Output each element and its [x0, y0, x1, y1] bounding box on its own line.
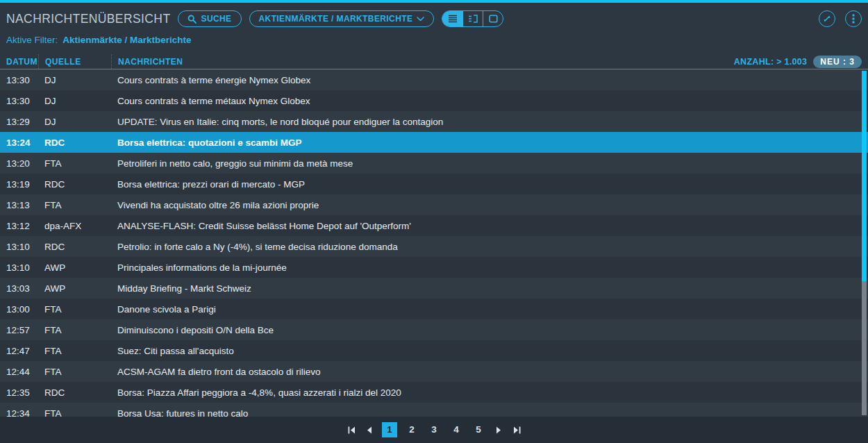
page-number-5[interactable]: 5: [471, 422, 486, 437]
row-source: RDC: [38, 242, 111, 252]
row-time: 13:00: [0, 304, 38, 315]
category-filter-label: AKTIENMÄRKTE / MARKTBERICHTE: [259, 14, 413, 24]
scrollbar-track[interactable]: [862, 71, 867, 415]
table-row[interactable]: 13:19 RDC Borsa elettrica: prezzi orari …: [0, 174, 868, 194]
row-time: 12:57: [0, 325, 38, 335]
first-page-icon: [348, 426, 356, 434]
search-button[interactable]: SUCHE: [178, 10, 241, 27]
column-header-quelle: QUELLE: [38, 54, 111, 69]
row-source: DJ: [38, 117, 111, 127]
active-filter-bar: Aktive Filter: Aktienmärkte / Marktberic…: [0, 35, 868, 54]
row-time: 13:19: [0, 179, 38, 190]
last-page-icon: [513, 426, 521, 434]
table-row[interactable]: 12:44 FTA ACSM-AGAM fa dietro front da o…: [0, 361, 868, 382]
table-row[interactable]: 12:47 FTA Suez: Citi passa all'acquisto: [0, 340, 868, 361]
row-source: RDC: [38, 179, 111, 190]
row-headline: UPDATE: Virus en Italie: cinq morts, le …: [111, 117, 868, 127]
table-row[interactable]: 12:34 FTA Borsa Usa: futures in netto ca…: [0, 403, 868, 417]
row-headline: Suez: Citi passa all'acquisto: [111, 346, 868, 356]
row-time: 13:30: [0, 75, 38, 85]
scrollbar-thumb[interactable]: [862, 71, 867, 281]
row-source: FTA: [38, 408, 111, 417]
row-time: 13:30: [0, 96, 38, 106]
table-row[interactable]: 13:24 RDC Borsa elettrica: quotazioni e …: [0, 132, 868, 153]
new-badge: NEU : 3: [813, 56, 862, 68]
expand-icon: [823, 15, 831, 23]
row-source: RDC: [38, 137, 111, 148]
table-row[interactable]: 13:12 dpa-AFX ANALYSE-FLASH: Credit Suis…: [0, 215, 868, 236]
page-number-3[interactable]: 3: [426, 422, 442, 437]
view-toggle-detail[interactable]: [483, 11, 503, 26]
row-time: 13:12: [0, 221, 38, 231]
row-headline: Borsa elettrica: prezzi orari di mercato…: [111, 179, 868, 190]
row-headline: Petroliferi in netto calo, greggio sui m…: [111, 158, 868, 169]
pagination-footer: 12345: [0, 417, 868, 443]
row-source: DJ: [38, 96, 111, 106]
row-headline: Principales informations de la mi-journé…: [111, 262, 868, 273]
table-row[interactable]: 13:30 DJ Cours contrats à terme métaux N…: [0, 90, 868, 111]
search-icon: [187, 15, 197, 24]
row-source: FTA: [38, 325, 111, 335]
row-headline: Borsa elettrica: quotazioni e scambi MGP: [111, 137, 868, 148]
row-source: AWP: [38, 283, 111, 294]
view-toggle-list[interactable]: [442, 11, 462, 26]
row-source: FTA: [38, 200, 111, 210]
row-time: 12:44: [0, 367, 38, 377]
prev-page-icon: [367, 426, 372, 434]
row-headline: Cours contrats à terme énergie Nymex Glo…: [111, 75, 868, 85]
page-number-1[interactable]: 1: [382, 422, 397, 437]
row-time: 13:10: [0, 262, 38, 273]
last-page-button[interactable]: [511, 424, 522, 435]
expand-button[interactable]: [819, 10, 835, 27]
table-rows-container: 13:30 DJ Cours contrats à terme énergie …: [0, 69, 868, 417]
first-page-button[interactable]: [346, 424, 357, 435]
table-row[interactable]: 12:57 FTA Diminuiscono i depositi O/N de…: [0, 319, 868, 340]
row-time: 13:29: [0, 117, 38, 127]
row-headline: ACSM-AGAM fa dietro front da ostacolo di…: [111, 367, 868, 377]
row-source: FTA: [38, 367, 111, 377]
table-header: DATUM QUELLE NACHRICHTEN ANZAHL: > 1.003…: [0, 54, 868, 69]
row-headline: Borsa: Piazza Affari peggiora a -4,8%, q…: [111, 387, 868, 398]
row-headline: Borsa Usa: futures in netto calo: [111, 408, 868, 417]
page-number-2[interactable]: 2: [404, 422, 419, 437]
row-headline: Vivendi ha acquistato oltre 26 mila azio…: [111, 200, 868, 210]
page-number-4[interactable]: 4: [449, 422, 464, 437]
view-toggle-group: [442, 10, 503, 27]
active-filter-label: Aktive Filter:: [6, 35, 58, 45]
title-bar: NACHRICHTENÜBERSICHT SUCHE AKTIENMÄRKTE …: [0, 3, 868, 35]
next-page-button[interactable]: [493, 424, 504, 435]
row-time: 13:20: [0, 158, 38, 169]
menu-button[interactable]: [845, 10, 862, 27]
table-row[interactable]: 13:10 RDC Petrolio: in forte calo a Ny (…: [0, 236, 868, 257]
row-headline: Cours contrats à terme métaux Nymex Glob…: [111, 96, 868, 106]
table-header-right: ANZAHL: > 1.003 NEU : 3: [734, 56, 868, 68]
row-time: 13:10: [0, 242, 38, 252]
table-row[interactable]: 13:30 DJ Cours contrats à terme énergie …: [0, 69, 868, 90]
table-row[interactable]: 12:35 RDC Borsa: Piazza Affari peggiora …: [0, 382, 868, 403]
row-headline: Danone scivola a Parigi: [111, 304, 868, 315]
page-number-list: 12345: [382, 422, 486, 437]
row-headline: Midday Briefing - Markt Schweiz: [111, 283, 868, 294]
row-headline: Petrolio: in forte calo a Ny (-4%), si t…: [111, 242, 868, 252]
row-source: FTA: [38, 304, 111, 315]
view-toggle-split[interactable]: [462, 11, 483, 26]
column-header-datum: DATUM: [0, 54, 38, 69]
row-time: 13:24: [0, 137, 38, 148]
split-view-icon: [468, 15, 478, 23]
row-time: 13:13: [0, 200, 38, 210]
news-table-body: 13:30 DJ Cours contrats à terme énergie …: [0, 69, 868, 417]
kebab-menu-icon: [852, 14, 855, 24]
row-source: FTA: [38, 158, 111, 169]
table-row[interactable]: 13:20 FTA Petroliferi in netto calo, gre…: [0, 153, 868, 174]
row-source: DJ: [38, 75, 111, 85]
table-row[interactable]: 13:03 AWP Midday Briefing - Markt Schwei…: [0, 278, 868, 299]
table-row[interactable]: 13:00 FTA Danone scivola a Parigi: [0, 299, 868, 319]
active-filter-value: Aktienmärkte / Marktberichte: [62, 35, 191, 45]
table-row[interactable]: 13:10 AWP Principales informations de la…: [0, 257, 868, 278]
prev-page-button[interactable]: [364, 424, 375, 435]
table-row[interactable]: 13:13 FTA Vivendi ha acquistato oltre 26…: [0, 194, 868, 215]
table-row[interactable]: 13:29 DJ UPDATE: Virus en Italie: cinq m…: [0, 111, 868, 132]
category-filter-dropdown[interactable]: AKTIENMÄRKTE / MARKTBERICHTE: [249, 10, 435, 27]
chevron-down-icon: [417, 17, 424, 22]
next-page-icon: [496, 426, 501, 434]
